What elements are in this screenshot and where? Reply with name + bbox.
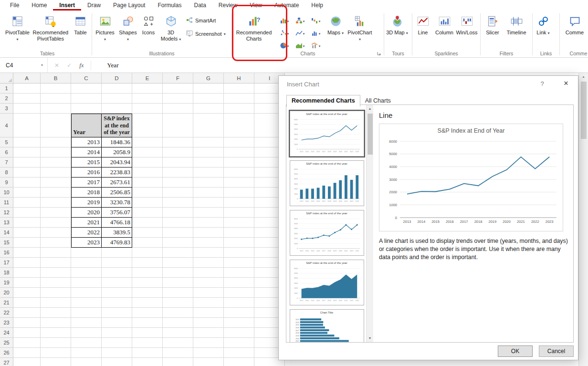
cell-H17[interactable]	[224, 258, 254, 268]
cell-E25[interactable]	[132, 338, 163, 348]
row-header-19[interactable]: 19	[0, 278, 13, 288]
cell-E12[interactable]	[132, 208, 163, 218]
cell-D8[interactable]: 2238.83	[102, 167, 132, 178]
cell-E6[interactable]	[132, 147, 163, 157]
cell-C12[interactable]: 2020	[71, 208, 102, 218]
cell-H11[interactable]	[224, 198, 254, 208]
recommended-pivottables-button[interactable]: Recommended PivotTables	[31, 11, 70, 42]
cell-G8[interactable]	[193, 167, 224, 178]
cell-F21[interactable]	[163, 298, 193, 308]
ribbon-tab-formulas[interactable]: Formulas	[151, 0, 188, 10]
cell-G17[interactable]	[193, 258, 224, 268]
cell-B27[interactable]	[41, 358, 71, 366]
cell-B1[interactable]	[41, 84, 71, 94]
help-button[interactable]: ?	[538, 80, 546, 87]
ribbon-tab-file[interactable]: File	[4, 0, 25, 10]
cell-G22[interactable]	[193, 308, 224, 318]
cell-G6[interactable]	[193, 147, 224, 157]
cell-E8[interactable]	[132, 167, 163, 178]
ribbon-tab-home[interactable]: Home	[25, 0, 53, 10]
cell-E23[interactable]	[132, 318, 163, 328]
cell-E15[interactable]	[132, 238, 163, 248]
row-header-24[interactable]: 24	[0, 328, 13, 338]
cell-E1[interactable]	[132, 84, 163, 94]
cell-B26[interactable]	[41, 348, 71, 358]
insert-waterfall-chart-button[interactable]: ▾	[308, 16, 323, 27]
cell-A23[interactable]	[13, 318, 41, 328]
tab-all-charts[interactable]: All Charts	[360, 95, 396, 106]
cell-F1[interactable]	[163, 84, 193, 94]
cell-F11[interactable]	[163, 198, 193, 208]
cell-F23[interactable]	[163, 318, 193, 328]
cell-F18[interactable]	[163, 268, 193, 278]
row-header-1[interactable]: 1	[0, 84, 13, 94]
cell-F20[interactable]	[163, 288, 193, 298]
cell-E4[interactable]	[132, 114, 163, 137]
row-header-3[interactable]: 3	[0, 104, 13, 114]
cell-F19[interactable]	[163, 278, 193, 288]
cell-F2[interactable]	[163, 94, 193, 104]
cell-G18[interactable]	[193, 268, 224, 278]
cell-B3[interactable]	[41, 104, 71, 114]
insert-column-chart-button[interactable]: ▾	[277, 16, 292, 27]
cell-G5[interactable]	[193, 137, 224, 147]
cell-E21[interactable]	[132, 298, 163, 308]
cell-E10[interactable]	[132, 188, 163, 198]
cell-B24[interactable]	[41, 328, 71, 338]
cell-H12[interactable]	[224, 208, 254, 218]
row-header-9[interactable]: 9	[0, 178, 13, 188]
cell-E5[interactable]	[132, 137, 163, 147]
cell-A10[interactable]	[13, 188, 41, 198]
cell-E17[interactable]	[132, 258, 163, 268]
cell-G10[interactable]	[193, 188, 224, 198]
cell-H6[interactable]	[224, 147, 254, 157]
comment-button[interactable]: Comme	[561, 11, 588, 36]
cell-C5[interactable]: 2013	[71, 137, 102, 147]
cell-B4[interactable]	[41, 114, 71, 137]
row-header-22[interactable]: 22	[0, 308, 13, 318]
cell-E3[interactable]	[132, 104, 163, 114]
cell-D7[interactable]: 2043.94	[102, 157, 132, 167]
cell-A3[interactable]	[13, 104, 41, 114]
cell-C15[interactable]: 2023	[71, 238, 102, 248]
cell-D27[interactable]	[102, 358, 132, 366]
cell-E18[interactable]	[132, 268, 163, 278]
cell-G20[interactable]	[193, 288, 224, 298]
cell-A20[interactable]	[13, 288, 41, 298]
cell-E26[interactable]	[132, 348, 163, 358]
cell-H22[interactable]	[224, 308, 254, 318]
cell-G23[interactable]	[193, 318, 224, 328]
cell-E20[interactable]	[132, 288, 163, 298]
cell-D5[interactable]: 1848.36	[102, 137, 132, 147]
cell-D21[interactable]	[102, 298, 132, 308]
cell-C8[interactable]: 2016	[71, 167, 102, 178]
cell-G25[interactable]	[193, 338, 224, 348]
row-header-23[interactable]: 23	[0, 318, 13, 328]
sparkline-column-button[interactable]: Column	[432, 11, 456, 36]
cell-A17[interactable]	[13, 258, 41, 268]
cell-D2[interactable]	[102, 94, 132, 104]
cell-B12[interactable]	[41, 208, 71, 218]
cell-F25[interactable]	[163, 338, 193, 348]
insert-scatter-chart-button[interactable]: ▾	[277, 28, 292, 40]
column-header-C[interactable]: C	[71, 73, 102, 84]
cell-D6[interactable]: 2058.9	[102, 147, 132, 157]
insert-statistic-chart-button[interactable]: ▾	[308, 28, 323, 40]
column-header-H[interactable]: H	[224, 73, 254, 84]
cell-B22[interactable]	[41, 308, 71, 318]
cell-B19[interactable]	[41, 278, 71, 288]
link-button[interactable]: Link ▾	[534, 11, 553, 36]
row-header-17[interactable]: 17	[0, 258, 13, 268]
cell-A13[interactable]	[13, 218, 41, 228]
ribbon-tab-view[interactable]: View	[243, 0, 268, 10]
cell-F16[interactable]	[163, 248, 193, 258]
cell-D3[interactable]	[102, 104, 132, 114]
cell-E27[interactable]	[132, 358, 163, 366]
cell-F17[interactable]	[163, 258, 193, 268]
recommended-charts-button[interactable]: ? Recommended Charts	[233, 11, 275, 42]
insert-function-icon[interactable]: fx	[79, 62, 84, 69]
row-header-12[interactable]: 12	[0, 208, 13, 218]
smartart-button[interactable]: SmartArt	[186, 16, 226, 25]
cell-F4[interactable]	[163, 114, 193, 137]
cell-F13[interactable]	[163, 218, 193, 228]
